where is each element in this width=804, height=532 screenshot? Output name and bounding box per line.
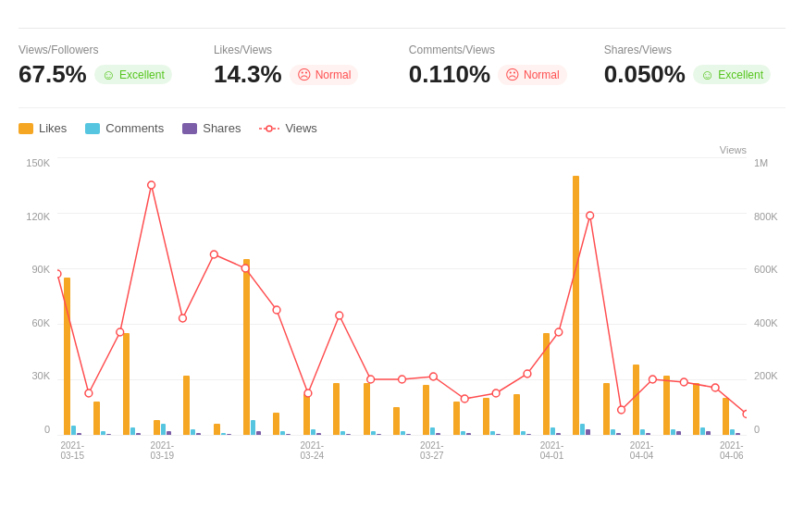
metrics-row: Views/Followers 67.5% ☺ Excellent Likes/…: [19, 43, 785, 89]
bar-comments: [401, 431, 405, 435]
bar-likes: [154, 420, 160, 435]
metric-value: 0.050%: [604, 60, 686, 89]
y-right-tick: 400K: [754, 317, 778, 328]
bar-group: [417, 385, 447, 435]
bar-comments: [461, 431, 465, 435]
bar-shares: [556, 433, 561, 435]
y-left-tick: 0: [44, 424, 50, 435]
bar-group: [207, 424, 237, 435]
bar-comments: [611, 429, 615, 435]
views-axis-label: Views: [19, 144, 785, 155]
divider-top: [19, 28, 785, 29]
bar-comments: [251, 420, 255, 435]
y-right-tick: 1M: [754, 157, 768, 168]
y-right-tick: 800K: [754, 211, 778, 222]
metric-badge: ☺ Excellent: [693, 65, 771, 84]
legend-color-box: [19, 123, 33, 134]
bar-group: [507, 394, 537, 435]
legend-item-likes: Likes: [19, 121, 67, 135]
x-label: [447, 440, 476, 461]
bar-shares: [286, 434, 291, 435]
x-label: 2021-04-06: [717, 440, 747, 461]
bar-group: [686, 383, 716, 435]
x-label: [597, 440, 626, 461]
y-axis-left: 150K120K90K60K30K0: [19, 157, 57, 435]
bar-shares: [346, 434, 351, 435]
x-label: 2021-03-24: [297, 440, 327, 461]
bar-group: [237, 259, 266, 435]
bar-comments: [550, 427, 555, 435]
y-left-tick: 150K: [26, 157, 50, 168]
bar-likes: [93, 402, 100, 435]
bar-comments: [671, 429, 675, 435]
badge-label: Excellent: [119, 68, 165, 81]
bar-shares: [106, 434, 111, 435]
legend-item-comments: Comments: [85, 121, 164, 135]
smiley-sad-icon: ☹: [297, 67, 312, 83]
bar-shares: [706, 431, 711, 435]
bar-likes: [663, 376, 670, 435]
bar-comments: [521, 431, 526, 435]
chart-container: 150K120K90K60K30K0 1M800K600K400K200K0: [19, 157, 785, 435]
bar-comments: [371, 431, 376, 435]
bar-shares: [377, 434, 381, 435]
x-label: 2021-03-27: [417, 440, 447, 461]
bar-group: [87, 402, 117, 435]
x-label: 2021-04-01: [537, 440, 566, 461]
badge-label: Normal: [524, 68, 560, 81]
bar-shares: [646, 433, 650, 435]
bar-group: [297, 394, 327, 435]
bar-likes: [243, 259, 250, 435]
bar-group: [567, 176, 597, 435]
legend-item-views: Views: [259, 121, 316, 135]
x-label: [118, 440, 147, 461]
chart-inner: [57, 157, 747, 435]
legend-label: Comments: [105, 121, 164, 135]
x-label: [357, 440, 387, 461]
svg-point-1: [266, 126, 272, 131]
y-axis-right: 1M800K600K400K200K0: [747, 157, 785, 435]
metric-label: Comments/Views: [409, 43, 575, 56]
metric-shares-views: Shares/Views 0.050% ☺ Excellent: [589, 43, 785, 89]
bar-group: [447, 402, 476, 435]
bar-shares: [227, 434, 231, 435]
x-label: [507, 440, 537, 461]
bar-comments: [161, 424, 166, 435]
metric-likes-views: Likes/Views 14.3% ☹ Normal: [199, 43, 394, 89]
bar-shares: [586, 429, 590, 435]
metric-value-row: 14.3% ☹ Normal: [214, 60, 379, 89]
bar-likes: [453, 402, 460, 435]
bar-likes: [633, 365, 639, 435]
y-left-tick: 90K: [31, 264, 50, 275]
bar-shares: [496, 434, 501, 435]
bar-comments: [430, 427, 435, 435]
x-label: [328, 440, 357, 461]
bar-likes: [723, 398, 729, 435]
bar-likes: [603, 383, 610, 435]
bar-likes: [273, 413, 279, 435]
y-right-tick: 0: [754, 424, 760, 435]
metric-label: Views/Followers: [19, 43, 184, 56]
legend-color-box: [85, 123, 100, 134]
bar-group: [626, 365, 656, 435]
metric-label: Shares/Views: [604, 43, 771, 56]
bar-shares: [466, 433, 471, 435]
bar-comments: [221, 433, 226, 435]
bar-likes: [513, 394, 520, 435]
legend-label: Likes: [39, 121, 67, 135]
bar-likes: [483, 398, 489, 435]
smiley-sad-icon: ☹: [505, 67, 520, 83]
legend-line-icon: [259, 124, 279, 133]
metric-value: 67.5%: [19, 60, 87, 89]
x-label: [686, 440, 716, 461]
bar-likes: [333, 383, 340, 435]
bar-group: [328, 383, 357, 435]
bar-shares: [406, 434, 411, 435]
bar-comments: [130, 427, 135, 435]
badge-label: Normal: [315, 68, 352, 81]
bar-group: [387, 407, 416, 435]
y-right-tick: 600K: [754, 264, 778, 275]
bar-group: [357, 383, 387, 435]
bar-likes: [214, 424, 220, 435]
metric-value-row: 0.110% ☹ Normal: [409, 60, 575, 89]
